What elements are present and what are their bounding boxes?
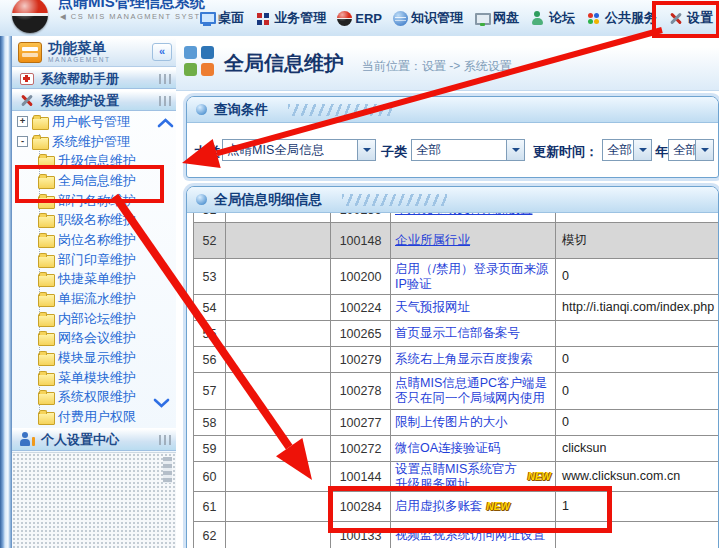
row-value: 0 xyxy=(556,347,718,372)
query-panel-title: 查询条件 xyxy=(214,101,268,119)
nav-desktop[interactable]: 桌面 xyxy=(199,9,244,27)
tree-item-post-name[interactable]: 岗位名称维护 xyxy=(12,230,176,250)
row-value: www.clicksun.com.cn xyxy=(556,462,718,491)
nav-forum[interactable]: 论坛 xyxy=(530,9,575,27)
config-link[interactable]: 企业所属行业 xyxy=(395,233,470,248)
nav-label: 桌面 xyxy=(218,9,244,27)
row-number: 58 xyxy=(193,410,226,435)
nav-public-service[interactable]: 公共服务 xyxy=(586,9,657,27)
row-subclass-cell xyxy=(226,213,331,222)
sidebar-section-maintain[interactable]: 系统维护设置 xyxy=(12,90,176,111)
tree-item-paid-user[interactable]: 付费用户权限 xyxy=(12,407,176,427)
nav-business[interactable]: 业务管理 xyxy=(255,9,326,27)
function-menu-icon xyxy=(18,42,42,63)
folder-icon xyxy=(38,373,55,386)
row-number: 52 xyxy=(193,223,226,258)
big-class-select[interactable]: 点睛MIS全局信息 xyxy=(222,139,376,161)
row-value: 0 xyxy=(556,410,718,435)
sidebar-collapse-button[interactable]: « xyxy=(152,43,172,61)
tree-item-user-accounts[interactable]: +用户帐号管理 xyxy=(12,112,176,132)
update-time-label: 更新时间： xyxy=(533,143,598,161)
select-value: 全部 xyxy=(603,142,632,159)
year-select[interactable]: 全部 xyxy=(602,139,652,161)
tree-item-dept-seal[interactable]: 部门印章维护 xyxy=(12,250,176,270)
sidebar-section-personal[interactable]: 个人设置中心 xyxy=(12,428,176,451)
row-number: 60 xyxy=(193,462,226,491)
chevron-down-icon[interactable] xyxy=(357,140,375,160)
forum-person-icon xyxy=(530,11,546,26)
config-link[interactable]: 系统右上角显示百度搜索 xyxy=(395,352,533,367)
config-link[interactable]: 微信OA连接验证码 xyxy=(395,441,501,456)
year-suffix-label: 年 xyxy=(655,143,668,161)
select-value: 全部 xyxy=(412,142,441,159)
tree-item-system-maintain[interactable]: -系统维护管理 xyxy=(12,132,176,152)
chevron-down-icon[interactable] xyxy=(695,140,713,160)
mini-scrollbar[interactable] xyxy=(163,457,172,483)
page-title-icon xyxy=(184,46,214,76)
tree-item-system-permission[interactable]: 系统权限维护 xyxy=(12,388,176,408)
scroll-up-icon[interactable] xyxy=(157,118,174,128)
tree-item-menu-module[interactable]: 菜单模块维护 xyxy=(12,368,176,388)
config-link[interactable]: 点睛MIS信息通PC客户端是否只在同一个局域网内使用 xyxy=(395,376,551,406)
config-link[interactable]: 本系统帮助文件来源设置 xyxy=(395,213,533,217)
tree-item-upgrade-info[interactable]: 升级信息维护 xyxy=(12,151,176,171)
tree-item-quick-menu[interactable]: 快捷菜单维护 xyxy=(12,270,176,290)
config-link[interactable]: 视频监视系统访问网址设置 xyxy=(395,528,545,543)
erp-sphere-icon xyxy=(337,11,352,26)
row-subclass-cell xyxy=(226,462,331,491)
nav-settings[interactable]: 设置 xyxy=(668,9,713,27)
tree-item-dept-name[interactable]: 部门名称维护 xyxy=(12,191,176,211)
row-subclass-cell xyxy=(226,410,331,435)
tree-item-module-display[interactable]: 模块显示维护 xyxy=(12,348,176,368)
collapse-minus-icon[interactable]: - xyxy=(17,136,28,147)
tree-item-global-info[interactable]: 全局信息维护 xyxy=(12,171,176,191)
row-value: 模切 xyxy=(556,223,718,258)
nav-erp[interactable]: ERP xyxy=(337,11,382,26)
nav-label: 网盘 xyxy=(493,9,519,27)
nav-netdisk[interactable]: 网盘 xyxy=(474,9,519,27)
desktop-icon xyxy=(199,11,215,26)
menu-subtitle: MANAGEMENT xyxy=(48,57,111,64)
tree-item-doc-serial[interactable]: 单据流水维护 xyxy=(12,289,176,309)
knowledge-globe-icon xyxy=(393,11,408,26)
menu-title: 功能菜单 xyxy=(48,41,111,56)
table-row: 58100277限制上传图片的大小0 xyxy=(193,410,718,436)
tree-item-net-meeting[interactable]: 网络会议维护 xyxy=(12,329,176,349)
select-value: 全部 xyxy=(669,142,695,159)
maintain-tools-icon xyxy=(19,93,35,108)
bullet-icon xyxy=(196,104,207,115)
nav-label: ERP xyxy=(355,11,382,26)
folder-icon xyxy=(38,196,55,209)
sidebar-section-help[interactable]: 系统帮助手册 xyxy=(12,68,176,89)
row-subclass-cell xyxy=(226,347,331,372)
nav-label: 业务管理 xyxy=(274,9,326,27)
page-header: 全局信息维护 当前位置：设置 -> 系统设置 xyxy=(176,36,719,91)
row-number: 53 xyxy=(193,259,226,294)
config-link[interactable]: 天气预报网址 xyxy=(395,300,470,315)
config-link[interactable]: 限制上传图片的大小 xyxy=(395,415,508,430)
app-logo xyxy=(12,0,48,33)
page-title: 全局信息维护 xyxy=(224,50,344,77)
row-desc-cell: 启用（/禁用）登录页面来源IP验证 xyxy=(391,259,556,294)
tree-item-internal-forum[interactable]: 内部论坛维护 xyxy=(12,309,176,329)
folder-icon xyxy=(38,255,55,268)
config-link[interactable]: 启用（/禁用）登录页面来源IP验证 xyxy=(395,262,551,292)
sidebar-menu-header: 功能菜单 MANAGEMENT « xyxy=(12,38,176,67)
tree-item-rank-name[interactable]: 职级名称维护 xyxy=(12,210,176,230)
row-value: http://i.tianqi.com/index.php xyxy=(556,295,718,320)
month-select[interactable]: 全部 xyxy=(668,139,714,161)
row-number: 55 xyxy=(193,321,226,346)
config-link[interactable]: 设置点睛MIS系统官方升级服务网址 xyxy=(395,462,524,491)
chevron-down-icon[interactable] xyxy=(506,140,524,160)
row-id: 100277 xyxy=(331,410,391,435)
nav-knowledge[interactable]: 知识管理 xyxy=(393,9,463,27)
scroll-down-icon[interactable] xyxy=(153,398,170,408)
settings-tools-icon xyxy=(668,11,684,26)
chevron-down-icon[interactable] xyxy=(633,140,651,160)
sub-class-select[interactable]: 全部 xyxy=(411,139,525,161)
expand-plus-icon[interactable]: + xyxy=(17,116,28,127)
config-link[interactable]: 首页显示工信部备案号 xyxy=(395,326,520,341)
personal-settings-icon xyxy=(19,432,35,447)
config-link[interactable]: 启用虚拟多账套 xyxy=(395,499,483,514)
row-value: 1 xyxy=(556,492,718,521)
